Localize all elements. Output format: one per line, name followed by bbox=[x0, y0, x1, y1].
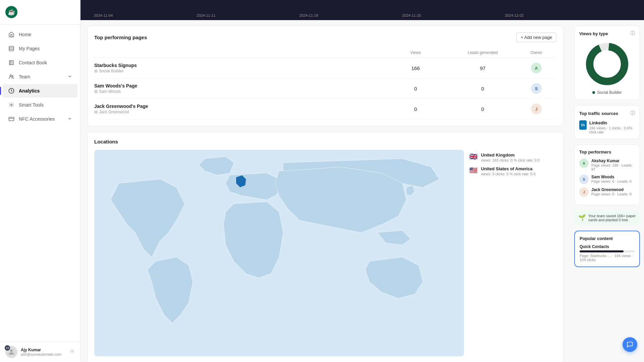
top-performing-header: Top performing pages + Add new page bbox=[94, 33, 556, 42]
world-map-container bbox=[94, 150, 464, 356]
performer-avatar-2: S bbox=[579, 175, 589, 184]
analytics-icon bbox=[8, 87, 15, 94]
settings-icon[interactable] bbox=[69, 349, 75, 355]
table-row: Jack Greenwood's Page ⊞ Jack Greenwood 0… bbox=[94, 99, 556, 119]
sidebar-nav: Home My Pages Contact Book bbox=[0, 24, 80, 342]
right-panel: Views by type ⓘ Social Builder bbox=[570, 20, 644, 362]
logo-icon: ☕ bbox=[8, 8, 15, 16]
performer-info-3: Jack Greenwood Page views: 0 · Leads: 0 bbox=[591, 187, 632, 196]
page-type-icon-3: ⊞ bbox=[94, 110, 98, 114]
views-val-2: 0 bbox=[382, 86, 449, 92]
uk-stats: views: 163 clicks: 0 % click rate: 0.0 bbox=[481, 158, 540, 162]
donut-legend: Social Builder bbox=[592, 90, 622, 95]
eco-text: Your team saved 166+ paper cards and pla… bbox=[588, 214, 636, 222]
sidebar-item-home[interactable]: Home bbox=[3, 28, 77, 41]
top-performers-title: Top performers bbox=[579, 149, 635, 155]
uk-info: United Kingdom views: 163 clicks: 0 % cl… bbox=[481, 153, 540, 162]
performer-item-2: S Sam Woods Page views: 0 · Leads: 0 bbox=[579, 175, 635, 184]
views-val-1: 166 bbox=[382, 65, 449, 71]
sidebar-item-team[interactable]: Team bbox=[3, 70, 77, 83]
views-val-3: 0 bbox=[382, 106, 449, 112]
performer-name-3: Jack Greenwood bbox=[591, 187, 632, 192]
sidebar-item-nfc[interactable]: NFC Accessories bbox=[3, 112, 77, 126]
legend-label: Social Builder bbox=[597, 90, 622, 95]
north-america-path bbox=[111, 179, 184, 257]
team-chevron-icon bbox=[67, 74, 72, 80]
performer-stats-1: Page views: 166 · Leads: 97 bbox=[591, 163, 635, 171]
col-owner: Owner bbox=[516, 50, 556, 55]
eco-icon: 🌱 bbox=[578, 214, 586, 221]
asia-path bbox=[275, 167, 407, 233]
page-name-2: Sam Woods's Page bbox=[94, 83, 382, 88]
views-by-type-card: Views by type ⓘ Social Builder bbox=[574, 25, 640, 100]
sidebar-item-analytics[interactable]: Analytics bbox=[3, 84, 77, 98]
greenland-path bbox=[199, 157, 234, 175]
popular-bar-wrap bbox=[580, 250, 635, 252]
nfc-chevron-icon bbox=[67, 116, 72, 122]
svg-point-6 bbox=[11, 104, 12, 106]
australia-path bbox=[365, 257, 423, 298]
content-area: Top performing pages + Add new page View… bbox=[80, 20, 644, 362]
date-label-2: 2024-11-11 bbox=[197, 13, 215, 17]
sidebar-item-label-nfc: NFC Accessories bbox=[19, 116, 55, 122]
main-content: 2024-11-04 2024-11-11 2024-11-18 2024-11… bbox=[80, 0, 644, 362]
app-logo: ☕ bbox=[5, 6, 17, 18]
donut-wrapper: Social Builder bbox=[579, 41, 635, 95]
page-info-2: Sam Woods's Page ⊞ Sam Woods bbox=[94, 83, 382, 94]
popular-item-name: Quick Contacts bbox=[580, 244, 635, 249]
locations-card: Locations bbox=[87, 132, 564, 362]
leads-val-2: 0 bbox=[449, 86, 516, 92]
linkedin-name: LinkedIn bbox=[589, 120, 635, 125]
locations-inner: 🇬🇧 United Kingdom views: 163 clicks: 0 %… bbox=[94, 150, 556, 356]
sidebar-logo: ☕ bbox=[0, 0, 80, 24]
page-type-icon-2: ⊞ bbox=[94, 89, 98, 94]
add-page-button[interactable]: + Add new page bbox=[516, 33, 556, 42]
sidebar-item-label-analytics: Analytics bbox=[19, 88, 40, 94]
svg-point-8 bbox=[10, 349, 13, 352]
info-icon-views[interactable]: ⓘ bbox=[630, 31, 635, 37]
performer-avatar-1: A bbox=[579, 159, 589, 168]
sidebar-item-smart-tools[interactable]: Smart Tools bbox=[3, 98, 77, 112]
linkedin-icon: in bbox=[579, 120, 587, 130]
sidebar-item-label-my-pages: My Pages bbox=[19, 46, 40, 51]
chat-button[interactable] bbox=[623, 337, 637, 352]
top-performers-card: Top performers A Akshay Kumar Page views… bbox=[574, 144, 640, 205]
locations-title: Locations bbox=[94, 139, 118, 144]
popular-item: Quick Contacts Page: Starbucks … · 166 v… bbox=[580, 244, 635, 262]
top-performing-card: Top performing pages + Add new page View… bbox=[87, 25, 564, 126]
japan-path bbox=[407, 185, 415, 196]
top-performing-title: Top performing pages bbox=[94, 35, 147, 40]
views-by-type-title: Views by type ⓘ bbox=[579, 31, 635, 37]
table-row: Sam Woods's Page ⊞ Sam Woods 0 0 S bbox=[94, 78, 556, 99]
sidebar-item-contact-book[interactable]: Contact Book bbox=[3, 56, 77, 69]
linkedin-stats: 166 views · 1 clicks · 0.6% click rate bbox=[589, 126, 635, 134]
sidebar-item-label-team: Team bbox=[19, 74, 30, 79]
date-label-5: 2024-12-02 bbox=[505, 13, 524, 17]
leads-val-3: 0 bbox=[449, 106, 516, 112]
svg-point-11 bbox=[590, 47, 625, 81]
date-label-4: 2024-11-25 bbox=[402, 13, 421, 17]
svg-point-4 bbox=[12, 75, 13, 76]
donut-chart bbox=[584, 41, 631, 87]
performer-stats-2: Page views: 0 · Leads: 0 bbox=[591, 179, 632, 183]
usa-name: United States of America bbox=[481, 166, 536, 171]
sidebar-item-my-pages[interactable]: My Pages bbox=[3, 42, 77, 55]
location-list: 🇬🇧 United Kingdom views: 163 clicks: 0 %… bbox=[469, 150, 556, 356]
popular-content-title: Popular content bbox=[580, 236, 635, 241]
popular-content-card: Popular content Quick Contacts Page: Sta… bbox=[574, 231, 640, 267]
performer-info-2: Sam Woods Page views: 0 · Leads: 0 bbox=[591, 175, 632, 183]
top-chart-bar: 2024-11-04 2024-11-11 2024-11-18 2024-11… bbox=[80, 0, 644, 20]
popular-item-sub: Page: Starbucks … · 166 views · 104 clic… bbox=[580, 254, 635, 262]
user-email: ash@synxautomate.com bbox=[21, 352, 66, 356]
svg-point-9 bbox=[71, 351, 73, 352]
contacts-icon bbox=[8, 59, 15, 66]
user-name: Ajy Kumar bbox=[21, 348, 66, 352]
sidebar-item-label-contact-book: Contact Book bbox=[19, 60, 47, 65]
europe-path bbox=[226, 173, 283, 200]
uk-name: United Kingdom bbox=[481, 153, 540, 158]
performer-info-1: Akshay Kumar Page views: 166 · Leads: 97 bbox=[591, 159, 635, 171]
info-icon-traffic[interactable]: ⓘ bbox=[630, 110, 635, 116]
page-name-3: Jack Greenwood's Page bbox=[94, 104, 382, 109]
usa-stats: views: 3 clicks: 0 % click rate: 0.0 bbox=[481, 172, 536, 176]
owner-avatar-3: J bbox=[531, 104, 542, 114]
